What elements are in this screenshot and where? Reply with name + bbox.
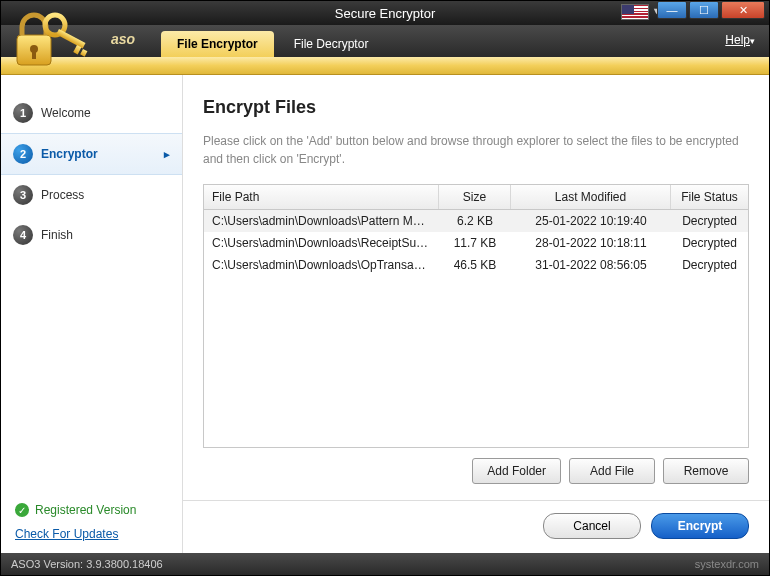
cell-modified: 31-01-2022 08:56:05 — [511, 254, 671, 276]
step-finish[interactable]: 4 Finish — [1, 215, 182, 255]
check-icon: ✓ — [15, 503, 29, 517]
step-welcome[interactable]: 1 Welcome — [1, 93, 182, 133]
add-file-button[interactable]: Add File — [569, 458, 655, 484]
titlebar: Secure Encryptor ▼ — ☐ ✕ — [1, 1, 769, 25]
window-title: Secure Encryptor — [335, 6, 435, 21]
cell-status: Decrypted — [671, 254, 748, 276]
cell-status: Decrypted — [671, 210, 748, 232]
table-row[interactable]: C:\Users\admin\Downloads\Pattern Mat... … — [204, 210, 748, 232]
file-table: File Path Size Last Modified File Status… — [203, 184, 749, 448]
step-label: Finish — [41, 228, 73, 242]
svg-rect-2 — [32, 51, 36, 59]
watermark: systexdr.com — [695, 558, 759, 570]
main-pane: Encrypt Files Please click on the 'Add' … — [183, 75, 769, 553]
cell-path: C:\Users\admin\Downloads\ReceiptSum... — [204, 232, 439, 254]
remove-button[interactable]: Remove — [663, 458, 749, 484]
statusbar: ASO3 Version: 3.9.3800.18406 systexdr.co… — [1, 553, 769, 575]
check-updates-link[interactable]: Check For Updates — [15, 527, 118, 541]
cell-size: 6.2 KB — [439, 210, 511, 232]
close-button[interactable]: ✕ — [721, 1, 765, 19]
step-label: Process — [41, 188, 84, 202]
cell-size: 11.7 KB — [439, 232, 511, 254]
add-folder-button[interactable]: Add Folder — [472, 458, 561, 484]
table-header: File Path Size Last Modified File Status — [204, 185, 748, 210]
step-encryptor[interactable]: 2 Encryptor — [1, 133, 182, 175]
registration-label: Registered Version — [35, 503, 136, 517]
wizard-sidebar: 1 Welcome 2 Encryptor 3 Process 4 Finish… — [1, 75, 183, 553]
cell-status: Decrypted — [671, 232, 748, 254]
col-header-status[interactable]: File Status — [671, 185, 748, 209]
svg-rect-4 — [56, 29, 85, 48]
version-label: ASO3 Version: 3.9.3800.18406 — [11, 558, 163, 570]
gold-accent-bar — [1, 57, 769, 75]
col-header-size[interactable]: Size — [439, 185, 511, 209]
step-label: Encryptor — [41, 147, 98, 161]
file-action-row: Add Folder Add File Remove — [203, 458, 749, 484]
tab-file-decryptor[interactable]: File Decryptor — [278, 31, 385, 57]
col-header-modified[interactable]: Last Modified — [511, 185, 671, 209]
tab-file-encryptor[interactable]: File Encryptor — [161, 31, 274, 57]
cancel-button[interactable]: Cancel — [543, 513, 641, 539]
table-row[interactable]: C:\Users\admin\Downloads\ReceiptSum... 1… — [204, 232, 748, 254]
table-body: C:\Users\admin\Downloads\Pattern Mat... … — [204, 210, 748, 447]
registration-status: ✓ Registered Version — [1, 493, 182, 527]
cell-size: 46.5 KB — [439, 254, 511, 276]
wizard-action-row: Cancel Encrypt — [203, 513, 749, 539]
encrypt-button[interactable]: Encrypt — [651, 513, 749, 539]
minimize-button[interactable]: — — [657, 1, 687, 19]
body: 1 Welcome 2 Encryptor 3 Process 4 Finish… — [1, 75, 769, 553]
step-number-icon: 4 — [13, 225, 33, 245]
step-number-icon: 3 — [13, 185, 33, 205]
maximize-button[interactable]: ☐ — [689, 1, 719, 19]
step-label: Welcome — [41, 106, 91, 120]
cell-path: C:\Users\admin\Downloads\OpTransacti... — [204, 254, 439, 276]
table-row[interactable]: C:\Users\admin\Downloads\OpTransacti... … — [204, 254, 748, 276]
step-process[interactable]: 3 Process — [1, 175, 182, 215]
divider — [183, 500, 769, 501]
svg-rect-6 — [80, 49, 87, 57]
col-header-path[interactable]: File Path — [204, 185, 439, 209]
page-title: Encrypt Files — [203, 97, 749, 118]
step-number-icon: 2 — [13, 144, 33, 164]
page-description: Please click on the 'Add' button below a… — [203, 132, 749, 168]
brand-logo: aso — [111, 31, 135, 47]
language-flag-us[interactable] — [621, 4, 649, 20]
app-window: Secure Encryptor ▼ — ☐ ✕ aso — [0, 0, 770, 576]
window-controls: — ☐ ✕ — [657, 1, 765, 19]
tabstrip: aso File Encryptor File Decryptor Help — [1, 25, 769, 57]
cell-modified: 28-01-2022 10:18:11 — [511, 232, 671, 254]
cell-modified: 25-01-2022 10:19:40 — [511, 210, 671, 232]
cell-path: C:\Users\admin\Downloads\Pattern Mat... — [204, 210, 439, 232]
step-number-icon: 1 — [13, 103, 33, 123]
padlock-key-icon — [7, 7, 93, 71]
help-menu[interactable]: Help — [725, 33, 755, 47]
